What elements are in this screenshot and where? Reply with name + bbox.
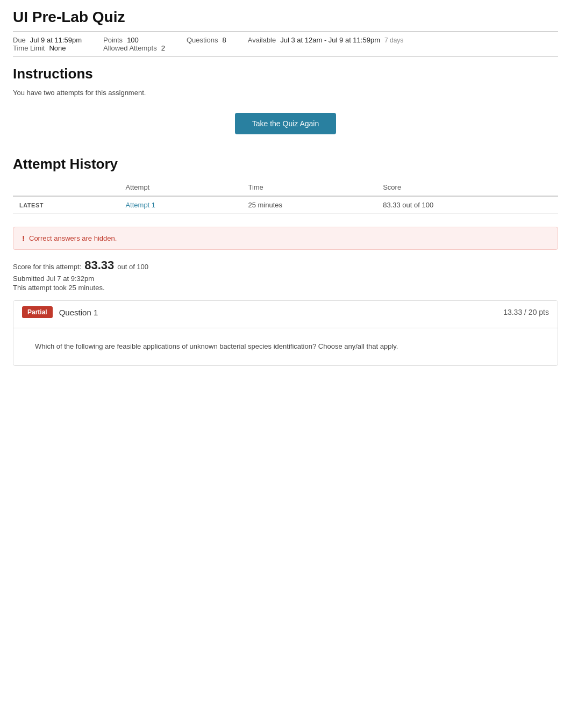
table-row: LATEST Attempt 1 25 minutes 83.33 out of… [13,196,558,214]
attempt-history-title: Attempt History [13,156,558,172]
allowed-attempts-value: 2 [161,44,165,52]
meta-row-points: Points 100 [103,36,165,44]
time-limit-label: Time Limit [13,44,45,52]
hidden-answers-notice: ! Correct answers are hidden. [13,227,558,250]
meta-group-available: Available Jul 3 at 12am - Jul 9 at 11:59… [248,36,404,44]
available-note: 7 days [384,37,403,44]
instructions-title: Instructions [13,66,558,82]
submitted-line: Submitted Jul 7 at 9:32pm [13,275,558,283]
due-label: Due [13,36,26,44]
row-time: 25 minutes [241,196,376,214]
row-score: 83.33 out of 100 [376,196,558,214]
meta-row-allowed-attempts: Allowed Attempts 2 [103,44,165,52]
questions-value: 8 [222,36,226,44]
questions-label: Questions [187,36,218,44]
points-value: 100 [127,36,139,44]
question-header-1: Partial Question 1 13.33 / 20 pts [13,301,558,323]
col-header-label [13,179,119,196]
attempt-history-table: Attempt Time Score LATEST Attempt 1 25 m… [13,179,558,214]
meta-row-time-limit: Time Limit None [13,44,82,52]
question-text-1: Which of the following are feasible appl… [35,341,536,352]
duration-line: This attempt took 25 minutes. [13,284,558,292]
score-line: Score for this attempt: 83.33 out of 100 [13,258,558,272]
question-divider-1 [13,328,558,328]
available-value: Jul 3 at 12am - Jul 9 at 11:59pm [280,36,380,44]
meta-row-available: Available Jul 3 at 12am - Jul 9 at 11:59… [248,36,404,44]
question-body-1: Which of the following are feasible appl… [13,333,558,365]
meta-group-due: Due Jul 9 at 11:59pm Time Limit None [13,36,82,52]
points-label: Points [103,36,123,44]
available-label: Available [248,36,276,44]
attempt-details: Score for this attempt: 83.33 out of 100… [13,258,558,292]
col-header-time: Time [241,179,376,196]
meta-row-questions: Questions 8 [187,36,226,44]
due-value: Jul 9 at 11:59pm [30,36,82,44]
take-quiz-button[interactable]: Take the Quiz Again [235,113,337,134]
score-label: Score for this attempt: [13,263,81,271]
score-value: 83.33 [84,258,114,272]
instructions-body: You have two attempts for this assignmen… [13,89,558,97]
notice-icon: ! [22,234,25,243]
page-container: UI Pre-Lab Quiz Due Jul 9 at 11:59pm Tim… [0,0,571,374]
question-block-1: Partial Question 1 13.33 / 20 pts Which … [13,300,558,366]
col-header-attempt: Attempt [119,179,241,196]
attempt-1-link[interactable]: Attempt 1 [125,201,155,209]
meta-group-points: Points 100 Allowed Attempts 2 [103,36,165,52]
notice-text: Correct answers are hidden. [29,234,117,242]
table-header-row: Attempt Time Score [13,179,558,196]
partial-badge: Partial [22,306,53,318]
meta-group-questions: Questions 8 [187,36,226,44]
meta-bar: Due Jul 9 at 11:59pm Time Limit None Poi… [13,31,558,57]
meta-row-due: Due Jul 9 at 11:59pm [13,36,82,44]
question-pts-1: 13.33 / 20 pts [503,308,549,316]
col-header-score: Score [376,179,558,196]
row-attempt-link[interactable]: Attempt 1 [119,196,241,214]
time-limit-value: None [49,44,66,52]
score-suffix: out of 100 [117,263,148,271]
question-label-1: Question 1 [59,308,98,317]
question-header-left-1: Partial Question 1 [22,306,98,318]
allowed-attempts-label: Allowed Attempts [103,44,157,52]
page-title: UI Pre-Lab Quiz [13,9,558,26]
row-latest-label: LATEST [13,196,119,214]
btn-container: Take the Quiz Again [13,113,558,134]
